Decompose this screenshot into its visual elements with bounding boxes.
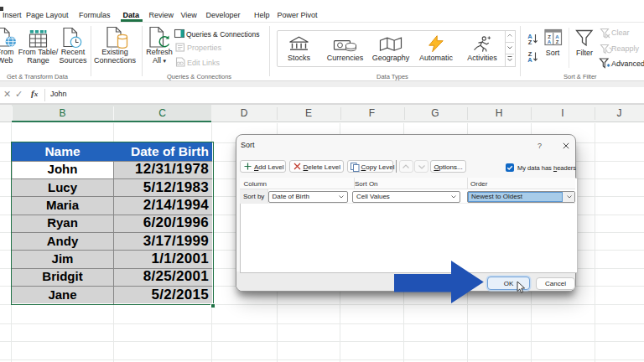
svg-text:A: A [548,39,552,44]
svg-text:Z: Z [548,34,551,39]
svg-text:A: A [527,56,532,64]
svg-text:Z: Z [556,39,559,44]
svg-text:A: A [555,34,559,39]
svg-text:Z: Z [528,39,532,46]
